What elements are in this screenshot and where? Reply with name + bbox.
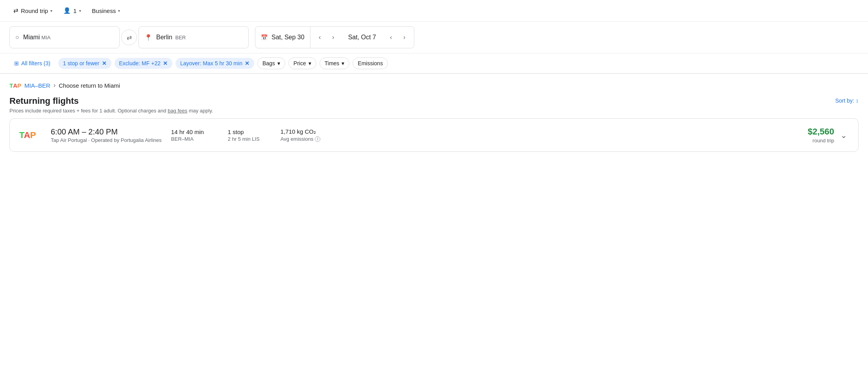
return-prev-button[interactable]: ‹ [385,31,397,44]
results-title-block: Returning flights Prices include require… [9,96,213,114]
subtitle-text: Prices include required taxes + fees for… [9,108,168,114]
stops-filter-chip[interactable]: 1 stop or fewer ✕ [58,58,111,69]
expand-flight-button[interactable]: ⌄ [839,129,849,142]
exclude-chip-close-icon[interactable]: ✕ [163,60,168,66]
sort-icon: ↕ [856,98,859,104]
passengers-chevron-icon: ▾ [79,9,81,13]
flight-stops-count: 1 stop [228,129,271,135]
exclude-filter-chip[interactable]: Exclude: MF +22 ✕ [115,58,172,69]
trip-type-label: Round trip [21,7,48,14]
sort-by-button[interactable]: Sort by: ↕ [835,98,859,104]
origin-city: Miami [23,34,40,40]
destination-pin-icon: 📍 [144,34,152,41]
flight-result-card[interactable]: TAP 6:00 AM – 2:40 PM Tap Air Portugal ·… [9,118,859,152]
breadcrumb-airline-logo: TAP [9,82,21,89]
flight-price-label: round trip [808,138,834,144]
price-label: Price [294,60,306,66]
destination-text: Berlin BER [156,34,186,41]
depart-next-button[interactable]: › [327,31,340,44]
airline-logo: TAP [19,130,41,140]
times-chevron-icon: ▾ [342,60,344,66]
breadcrumb-route-link[interactable]: MIA–BER [24,82,50,89]
origin-field[interactable]: ○ MiamiMIA [9,26,120,48]
date-section: 📅 Sat, Sep 30 ‹ › Sat, Oct 7 ‹ › [255,26,414,48]
breadcrumb: TAP MIA–BER › Choose return to Miami [0,74,868,92]
flight-route: BER–MIA [171,136,218,142]
price-dropdown-button[interactable]: Price ▾ [288,57,316,69]
filters-bar: ⊞ All filters (3) 1 stop or fewer ✕ Excl… [0,53,868,74]
layover-chip-close-icon[interactable]: ✕ [245,60,249,66]
passengers-button[interactable]: 👤 1 ▾ [59,5,85,17]
flight-emissions-block: 1,710 kg CO₂ Avg emissions i [281,128,344,142]
breadcrumb-separator-icon: › [54,82,55,89]
results-header: Returning flights Prices include require… [9,96,859,114]
round-trip-icon: ⇄ [13,7,18,14]
bags-label: Bags [262,60,275,66]
times-label: Times [325,60,340,66]
results-subtitle: Prices include required taxes + fees for… [9,108,213,114]
search-bar: ○ MiamiMIA ⇄ 📍 Berlin BER 📅 Sat, Sep 30 … [0,22,868,53]
flight-emissions-label: Avg emissions i [281,136,344,142]
cabin-class-label: Business [92,7,116,14]
depart-date-field[interactable]: 📅 Sat, Sep 30 [255,27,310,48]
times-dropdown-button[interactable]: Times ▾ [319,57,350,69]
all-filters-button[interactable]: ⊞ All filters (3) [9,58,55,69]
exclude-chip-label: Exclude: MF +22 [119,60,161,66]
origin-text: MiamiMIA [23,34,51,41]
flight-price-value: $2,560 [808,127,834,137]
emissions-label: Emissions [358,60,383,66]
swap-button[interactable]: ⇄ [121,29,137,45]
depart-prev-button[interactable]: ‹ [314,31,326,44]
filter-sliders-icon: ⊞ [14,60,19,66]
sort-by-label: Sort by: [835,98,854,104]
trip-type-button[interactable]: ⇄ Round trip ▾ [9,5,56,17]
flight-stops-block: 1 stop 2 hr 5 min LIS [228,129,271,142]
flight-stops-detail: 2 hr 5 min LIS [228,136,271,142]
flight-emissions-value: 1,710 kg CO₂ [281,128,344,135]
results-title: Returning flights [9,96,213,106]
flight-duration-time: 14 hr 40 min [171,129,218,135]
cabin-chevron-icon: ▾ [118,9,120,13]
destination-field[interactable]: 📍 Berlin BER [139,26,249,48]
flight-price-block: $2,560 round trip ⌄ [808,127,849,144]
results-section: Returning flights Prices include require… [0,92,868,156]
emissions-info-icon[interactable]: i [315,136,320,142]
layover-filter-chip[interactable]: Layover: Max 5 hr 30 min ✕ [175,58,254,69]
flight-duration-block: 14 hr 40 min BER–MIA [171,129,218,142]
breadcrumb-current-step: Choose return to Miami [59,82,120,89]
return-date-field[interactable]: Sat, Oct 7 [343,27,382,48]
layover-chip-label: Layover: Max 5 hr 30 min [180,60,242,66]
all-filters-label: All filters (3) [21,60,50,66]
emissions-dropdown-button[interactable]: Emissions [353,57,388,69]
trip-type-chevron-icon: ▾ [50,9,52,13]
top-bar: ⇄ Round trip ▾ 👤 1 ▾ Business ▾ [0,0,868,22]
depart-date-nav: ‹ › [310,31,343,44]
destination-city: Berlin [156,34,172,40]
return-date-nav: ‹ › [382,31,414,44]
calendar-icon: 📅 [261,34,268,40]
stops-chip-label: 1 stop or fewer [63,60,100,66]
origin-dot-icon: ○ [15,34,19,41]
cabin-class-button[interactable]: Business ▾ [88,5,124,17]
passengers-label: 1 [73,7,76,14]
bags-chevron-icon: ▾ [277,60,280,66]
return-next-button[interactable]: › [398,31,411,44]
return-date-label: Sat, Oct 7 [348,34,376,41]
destination-code: BER [174,35,186,40]
price-chevron-icon: ▾ [308,60,311,66]
depart-date-label: Sat, Sep 30 [271,34,305,41]
origin-code: MIA [41,35,50,40]
subtitle-end: may apply. [187,108,213,114]
avg-emissions-text: Avg emissions [281,136,314,142]
price-info: $2,560 round trip [808,127,834,144]
stops-chip-close-icon[interactable]: ✕ [102,60,107,66]
flight-airline-name: Tap Air Portugal · Operated by Portugali… [51,137,162,143]
bag-fees-link[interactable]: bag fees [168,108,187,114]
flight-time-range: 6:00 AM – 2:40 PM [51,127,162,136]
passenger-icon: 👤 [63,7,71,14]
flight-times-block: 6:00 AM – 2:40 PM Tap Air Portugal · Ope… [51,127,162,143]
bags-dropdown-button[interactable]: Bags ▾ [257,57,285,69]
